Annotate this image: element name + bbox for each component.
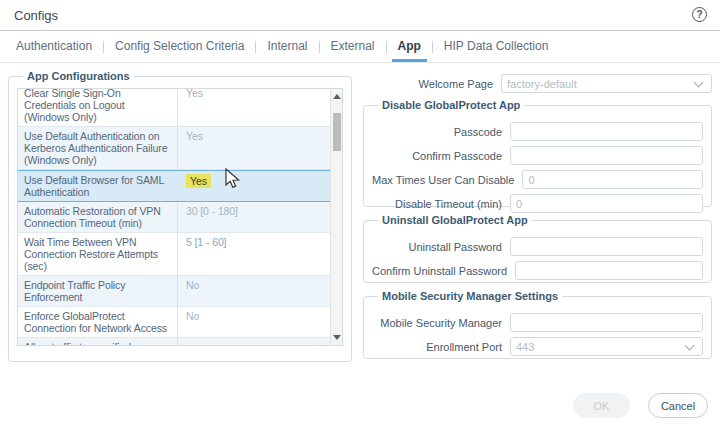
- field-label: Max Times User Can Disable: [372, 174, 514, 186]
- value-text: 30 [0 - 180]: [186, 205, 238, 217]
- field-label: Disable Timeout (min): [372, 198, 502, 210]
- app-configurations-group: App Configurations Clear Single Sign-On …: [8, 70, 352, 362]
- field-label: Uninstall Password: [372, 241, 502, 253]
- field-label: Passcode: [372, 126, 502, 138]
- field-label: Mobile Security Manager: [372, 317, 502, 329]
- config-row-wait-time-between-vpn-connection-restore-attempts-sec[interactable]: Wait Time Between VPN Connection Restore…: [18, 233, 331, 276]
- max-times-user-can-disable-field[interactable]: [522, 170, 703, 189]
- confirm-passcode-field[interactable]: [510, 146, 703, 165]
- field-row-uninstall-password: Uninstall Password: [372, 237, 703, 256]
- config-value: 5 [1 - 60]: [178, 233, 331, 275]
- field-row-disable-timeout-min: Disable Timeout (min): [372, 194, 703, 213]
- field-label: Welcome Page: [363, 78, 493, 90]
- tab-config-selection-criteria[interactable]: Config Selection Criteria: [113, 31, 246, 62]
- value-text: Yes: [186, 88, 203, 99]
- app-configurations-legend: App Configurations: [23, 70, 134, 82]
- field-label: Confirm Uninstall Password: [372, 265, 507, 277]
- tab-authentication[interactable]: Authentication: [14, 31, 94, 62]
- chevron-down-icon: [694, 78, 704, 88]
- enrollment-port-select[interactable]: 443: [510, 337, 703, 356]
- config-value: Yes: [178, 171, 331, 201]
- field-label: Enrollment Port: [372, 341, 502, 353]
- uninstall-globalprotect-group: Uninstall GlobalProtect App Uninstall Pa…: [363, 214, 712, 283]
- configs-dialog: Configs ? AuthenticationConfig Selection…: [0, 0, 720, 432]
- mobile-security-manager-fields: Mobile Security ManagerEnrollment Port44…: [372, 313, 703, 356]
- field-row-confirm-uninstall-password: Confirm Uninstall Password: [372, 261, 703, 280]
- tab-external[interactable]: External: [329, 31, 377, 62]
- disable-globalprotect-legend: Disable GlobalProtect App: [378, 99, 524, 111]
- config-label: Automatic Restoration of VPN Connection …: [18, 202, 178, 232]
- config-value: 30 [0 - 180]: [178, 202, 331, 232]
- disable-timeout-min-field[interactable]: [510, 194, 703, 213]
- config-row-use-default-authentication-on-kerberos-authentication-failure-windows-only[interactable]: Use Default Authentication on Kerberos A…: [18, 127, 331, 170]
- config-table: Clear Single Sign-On Credentials on Logo…: [17, 88, 343, 346]
- config-table-rows: Clear Single Sign-On Credentials on Logo…: [18, 88, 331, 346]
- value-text: No: [186, 310, 199, 322]
- config-label: Use Default Browser for SAML Authenticat…: [18, 171, 178, 201]
- tab-app[interactable]: App: [396, 31, 423, 62]
- disable-globalprotect-group: Disable GlobalProtect App PasscodeConfir…: [363, 99, 712, 207]
- field-row-confirm-passcode: Confirm Passcode: [372, 146, 703, 165]
- config-row-endpoint-traffic-policy-enforcement[interactable]: Endpoint Traffic Policy EnforcementNo: [18, 276, 331, 307]
- chevron-down-icon: [685, 341, 695, 351]
- table-scrollbar[interactable]: [330, 89, 342, 345]
- cancel-button[interactable]: Cancel: [648, 393, 708, 418]
- confirm-uninstall-password-field[interactable]: [515, 261, 703, 280]
- field-row-max-times-user-can-disable: Max Times User Can Disable: [372, 170, 703, 189]
- config-value: No: [178, 307, 331, 337]
- config-label: Use Default Authentication on Kerberos A…: [18, 127, 178, 169]
- ok-button[interactable]: OK: [573, 393, 630, 418]
- config-label: Endpoint Traffic Policy Enforcement: [18, 276, 178, 306]
- config-value: No: [178, 276, 331, 306]
- field-label: Confirm Passcode: [372, 150, 502, 162]
- uninstall-globalprotect-legend: Uninstall GlobalProtect App: [378, 214, 532, 226]
- scroll-down-icon[interactable]: [333, 335, 341, 340]
- mobile-security-manager-field[interactable]: [510, 313, 703, 332]
- highlighted-value: Yes: [186, 174, 211, 188]
- passcode-field[interactable]: [510, 122, 703, 141]
- tab-separator: [432, 41, 433, 53]
- disable-globalprotect-fields: PasscodeConfirm PasscodeMax Times User C…: [372, 122, 703, 213]
- field-row-enrollment-port: Enrollment Port443: [372, 337, 703, 356]
- tab-internal[interactable]: Internal: [265, 31, 309, 62]
- uninstall-password-field[interactable]: [510, 237, 703, 256]
- value-text: Yes: [186, 130, 203, 142]
- help-icon[interactable]: ?: [692, 7, 707, 22]
- tab-separator: [103, 41, 104, 53]
- config-value: Yes: [178, 88, 331, 126]
- config-row-enforce-globalprotect-connection-for-network-access[interactable]: Enforce GlobalProtect Connection for Net…: [18, 307, 331, 338]
- select-value: factory-default: [507, 78, 577, 90]
- uninstall-globalprotect-fields: Uninstall PasswordConfirm Uninstall Pass…: [372, 237, 703, 280]
- config-label: Clear Single Sign-On Credentials on Logo…: [18, 88, 178, 126]
- tab-separator: [255, 41, 256, 53]
- scrollbar-thumb[interactable]: [333, 113, 341, 151]
- dialog-title: Configs: [14, 8, 58, 23]
- field-row-passcode: Passcode: [372, 122, 703, 141]
- config-value: [178, 338, 331, 346]
- value-text: No: [186, 279, 199, 291]
- title-bar: Configs ?: [0, 0, 720, 31]
- config-row-allow-traffic-to-specified-hosts-networks-when-enforce[interactable]: Allow traffic to specified hosts/network…: [18, 338, 331, 346]
- config-label: Enforce GlobalProtect Connection for Net…: [18, 307, 178, 337]
- config-row-clear-single-sign-on-credentials-on-logout-windows-only[interactable]: Clear Single Sign-On Credentials on Logo…: [18, 88, 331, 127]
- mobile-security-manager-group: Mobile Security Manager Settings Mobile …: [363, 290, 712, 359]
- config-value: Yes: [178, 127, 331, 169]
- mobile-security-manager-legend: Mobile Security Manager Settings: [378, 290, 562, 302]
- tab-bar: AuthenticationConfig Selection CriteriaI…: [0, 31, 720, 63]
- value-text: 5 [1 - 60]: [186, 236, 226, 248]
- tab-separator: [319, 41, 320, 53]
- tab-separator: [386, 41, 387, 53]
- field-row-mobile-security-manager: Mobile Security Manager: [372, 313, 703, 332]
- config-label: Allow traffic to specified hosts/network…: [18, 338, 178, 346]
- welcome-page-row: Welcome Pagefactory-default: [363, 74, 712, 93]
- config-label: Wait Time Between VPN Connection Restore…: [18, 233, 178, 275]
- tab-hip-data-collection[interactable]: HIP Data Collection: [442, 31, 551, 62]
- select-value: 443: [516, 341, 534, 353]
- config-row-use-default-browser-for-saml-authentication[interactable]: Use Default Browser for SAML Authenticat…: [18, 170, 331, 202]
- welcome-page-select[interactable]: factory-default: [501, 74, 712, 93]
- scroll-up-icon[interactable]: [333, 94, 341, 99]
- config-row-automatic-restoration-of-vpn-connection-timeout-min[interactable]: Automatic Restoration of VPN Connection …: [18, 202, 331, 233]
